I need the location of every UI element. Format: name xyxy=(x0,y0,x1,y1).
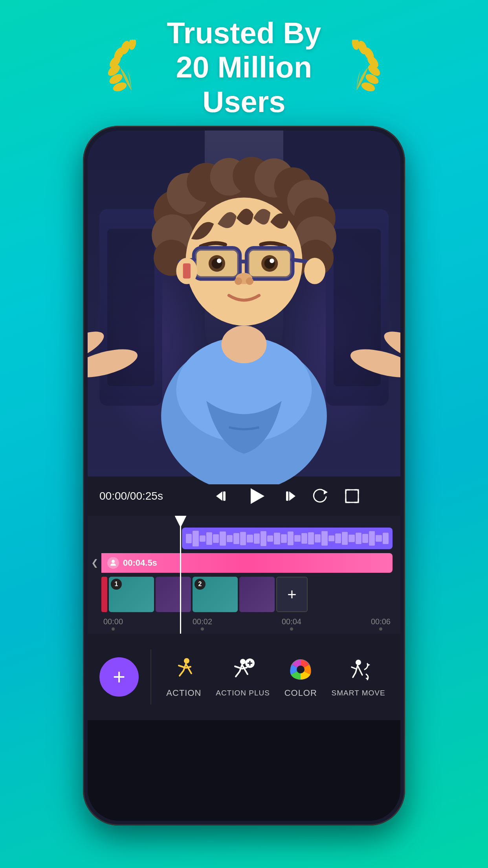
speaker-left xyxy=(99,209,162,406)
character-track-wrapper: ❮ 00:04.5s xyxy=(88,553,393,573)
action-icon xyxy=(170,656,198,683)
char-track-icon xyxy=(107,557,119,569)
header-title: Trusted By 20 Million Users xyxy=(167,16,321,119)
laurel-left-icon xyxy=(108,40,155,95)
svg-point-78 xyxy=(112,560,115,563)
color-label: COLOR xyxy=(284,688,317,698)
track-collapse-button[interactable]: ❮ xyxy=(88,553,101,573)
expand-button[interactable] xyxy=(342,486,362,506)
clips-track: 1 2 + xyxy=(101,577,393,612)
clip-2-number: 2 xyxy=(194,579,205,590)
next-button[interactable] xyxy=(279,486,299,506)
ruler-mark-0: 00:00 xyxy=(103,617,123,631)
clip-2[interactable]: 2 xyxy=(193,577,238,612)
ruler-mark-4: 00:04 xyxy=(282,617,301,631)
main-add-button[interactable]: + xyxy=(99,657,139,697)
toolbar-smart-move[interactable]: SMART MOVE xyxy=(332,657,385,697)
svg-point-6 xyxy=(128,40,137,50)
smart-move-icon xyxy=(345,657,372,684)
clip-1[interactable]: 1 xyxy=(109,577,154,612)
add-clip-button[interactable]: + xyxy=(276,577,308,612)
time-display: 00:00/00:25s xyxy=(99,490,178,502)
svg-marker-74 xyxy=(289,491,295,501)
prev-button[interactable] xyxy=(213,486,232,506)
action-plus-icon xyxy=(229,657,257,684)
action-label: ACTION xyxy=(166,688,201,698)
svg-point-86 xyxy=(356,660,361,665)
laurel-right-icon xyxy=(333,40,380,95)
toolbar-action-plus[interactable]: ACTION PLUS xyxy=(216,657,270,697)
ruler-mark-6: 00:06 xyxy=(371,617,391,631)
color-icon xyxy=(287,656,314,683)
svg-marker-76 xyxy=(324,490,328,495)
smart-move-label: SMART MOVE xyxy=(332,689,385,697)
header: Trusted By 20 Million Users xyxy=(0,16,488,119)
timeline-ruler: 00:00 00:02 00:04 00:06 xyxy=(101,618,393,630)
svg-point-80 xyxy=(240,659,246,664)
video-area xyxy=(88,131,400,476)
toolbar-color[interactable]: COLOR xyxy=(284,656,317,698)
svg-rect-77 xyxy=(346,490,358,502)
speaker-right xyxy=(326,209,389,406)
clip-dark-2[interactable] xyxy=(239,577,275,612)
character-track[interactable]: 00:04.5s xyxy=(101,553,393,573)
svg-point-85 xyxy=(297,666,305,673)
toolbar-items: ACTION xyxy=(151,656,400,698)
ruler-mark-2: 00:02 xyxy=(193,617,212,631)
add-btn-label: + xyxy=(113,666,125,688)
svg-marker-87 xyxy=(367,664,370,666)
header-title-block: Trusted By 20 Million Users xyxy=(167,16,321,119)
clip-1-number: 1 xyxy=(111,579,122,590)
svg-marker-72 xyxy=(216,491,222,501)
char-track-time: 00:04.5s xyxy=(123,558,157,568)
bottom-toolbar: + xyxy=(88,634,400,720)
play-button[interactable] xyxy=(244,484,268,508)
clip-dark-1[interactable] xyxy=(156,577,191,612)
controls-bar: 00:00/00:25s xyxy=(88,476,400,516)
timeline-area: // generate waveform pattern inline won'… xyxy=(88,516,400,634)
action-plus-label: ACTION PLUS xyxy=(216,689,270,697)
audio-track[interactable]: // generate waveform pattern inline won'… xyxy=(182,528,393,549)
svg-rect-75 xyxy=(286,491,288,501)
timeline-scrubber[interactable] xyxy=(180,516,181,634)
svg-point-79 xyxy=(184,658,189,664)
rewind-button[interactable] xyxy=(311,486,330,506)
phone-mockup: 00:00/00:25s xyxy=(83,126,405,826)
svg-rect-73 xyxy=(223,491,226,501)
toolbar-action[interactable]: ACTION xyxy=(166,656,201,698)
svg-point-13 xyxy=(351,40,360,50)
